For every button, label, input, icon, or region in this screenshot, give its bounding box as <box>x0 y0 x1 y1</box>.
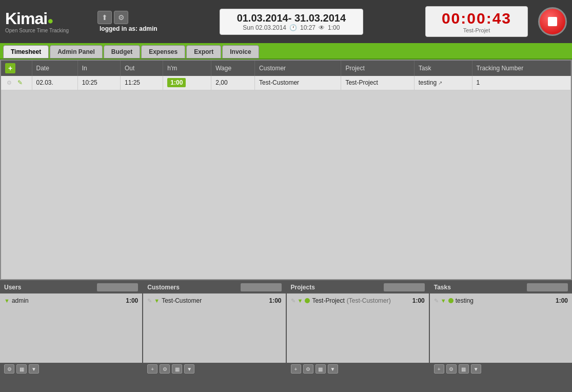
customers-footer-btn2[interactable]: ⚙ <box>160 364 170 374</box>
username-label: admin <box>139 25 157 32</box>
time-label: 10:27 <box>300 24 315 31</box>
projects-panel: Projects ✎ ▼ Test-Project (Test-Customer… <box>287 281 430 375</box>
row-date: 02.03. <box>32 76 77 90</box>
logged-in-label: logged in as: admin <box>100 25 157 32</box>
projects-footer-btn2[interactable]: ⚙ <box>303 364 313 374</box>
tasks-panel-footer: + ⚙ ▦ ▼ <box>430 363 572 375</box>
add-record-button[interactable]: + <box>5 63 15 73</box>
stop-icon <box>548 17 557 26</box>
row-edit-icon[interactable]: ✎ <box>16 79 24 87</box>
settings-button[interactable]: ⚙ <box>114 11 128 24</box>
customers-footer-btn4[interactable]: ▼ <box>184 364 194 374</box>
users-admin-time: 1:00 <box>126 297 138 304</box>
users-panel-content: ▼ admin 1:00 <box>0 293 142 363</box>
projects-test-label: Test-Project <box>312 297 344 304</box>
col-hm: h'm <box>163 61 211 76</box>
customers-footer-btn3[interactable]: ▦ <box>172 364 182 374</box>
main-area: + Date In Out h'm Wage Customer Project … <box>0 60 572 280</box>
row-task: testing ↗ <box>414 76 472 90</box>
projects-footer-btn3[interactable]: ▦ <box>315 364 326 374</box>
tab-admin-panel[interactable]: Admin Panel <box>50 45 103 58</box>
customers-filter-icon: ▼ <box>154 298 160 304</box>
tasks-row-testing: ✎ ▼ testing 1:00 <box>434 296 568 306</box>
nav-tabs: Timesheet Admin Panel Budget Expenses Ex… <box>0 43 572 60</box>
toolbar-icons-row1: ⬆ ⚙ <box>97 11 157 24</box>
projects-test-time: 1:00 <box>412 297 425 304</box>
customers-panel-title: Customers <box>147 284 180 291</box>
users-row-admin: ▼ admin 1:00 <box>4 296 138 306</box>
projects-edit-icon[interactable]: ✎ <box>291 298 295 304</box>
logo-subtitle: Open Source Time Tracking <box>5 28 69 33</box>
customers-panel: Customers ✎ ▼ Test-Customer 1:00 + ⚙ ▦ ▼ <box>143 281 286 375</box>
tasks-panel-title: Tasks <box>434 284 451 291</box>
col-in: In <box>77 61 120 76</box>
customers-edit-icon[interactable]: ✎ <box>147 298 152 304</box>
tab-export[interactable]: Export <box>186 45 221 58</box>
tab-budget[interactable]: Budget <box>104 45 140 58</box>
tasks-filter-icon: ▼ <box>441 298 446 304</box>
tasks-footer-btn2[interactable]: ⚙ <box>446 364 457 374</box>
date-range-box[interactable]: 01.03.2014- 31.03.2014 Sun 02.03.2014 🕐 … <box>220 9 363 35</box>
users-footer-btn1[interactable]: ⚙ <box>4 364 14 374</box>
projects-panel-content: ✎ ▼ Test-Project (Test-Customer) 1:00 <box>287 293 429 363</box>
export-button[interactable]: ⬆ <box>97 11 112 24</box>
customers-panel-content: ✎ ▼ Test-Customer 1:00 <box>143 293 285 363</box>
row-customer: Test-Customer <box>255 76 341 90</box>
logo-dot: ● <box>47 15 53 26</box>
table-body: ⚙ ✎ 02.03. 10:25 11:25 1:00 2,00 Test-Cu… <box>1 76 571 90</box>
col-wage: Wage <box>211 61 255 76</box>
customers-panel-header: Customers <box>143 281 285 293</box>
row-wage: 2,00 <box>211 76 255 90</box>
customers-footer-btn1[interactable]: + <box>147 364 157 374</box>
tasks-edit-icon[interactable]: ✎ <box>434 298 439 304</box>
customers-row-test: ✎ ▼ Test-Customer 1:00 <box>147 296 281 306</box>
tasks-footer-btn4[interactable]: ▼ <box>471 364 481 374</box>
tasks-panel-content: ✎ ▼ testing 1:00 <box>430 293 572 363</box>
users-panel-footer: ⚙ ▦ ▼ <box>0 363 142 375</box>
bottom-panels: Users ▼ admin 1:00 ⚙ ▦ ▼ Customers ✎ ▼ T… <box>0 280 572 375</box>
projects-footer-btn1[interactable]: + <box>291 364 301 374</box>
stop-button[interactable] <box>538 7 567 36</box>
users-admin-label: admin <box>12 297 29 304</box>
projects-row-test: ✎ ▼ Test-Project (Test-Customer) 1:00 <box>291 296 425 306</box>
header-duration: 1:00 <box>328 24 340 31</box>
users-footer-btn3[interactable]: ▼ <box>29 364 39 374</box>
projects-status-icon <box>305 298 310 303</box>
logo-text: Kimai● <box>5 10 53 27</box>
col-date: Date <box>32 61 77 76</box>
task-link-icon[interactable]: ↗ <box>438 80 442 86</box>
tasks-footer-btn1[interactable]: + <box>434 364 444 374</box>
row-gear-icon[interactable]: ⚙ <box>5 79 13 87</box>
timesheet-table: + Date In Out h'm Wage Customer Project … <box>1 61 571 90</box>
row-project: Test-Project <box>341 76 414 90</box>
row-duration: 1:00 <box>163 76 211 90</box>
projects-filter-icon: ▼ <box>298 298 303 304</box>
tasks-panel: Tasks ✎ ▼ testing 1:00 + ⚙ ▦ ▼ <box>430 281 572 375</box>
tab-timesheet[interactable]: Timesheet <box>3 45 49 58</box>
tasks-footer-btn3[interactable]: ▦ <box>459 364 469 374</box>
customers-filter-bar[interactable] <box>241 283 282 291</box>
users-filter-bar[interactable] <box>97 283 138 291</box>
projects-panel-title: Projects <box>291 284 315 291</box>
header: Kimai● Open Source Time Tracking ⬆ ⚙ log… <box>0 0 572 43</box>
projects-panel-header: Projects <box>287 281 429 293</box>
tasks-filter-bar[interactable] <box>527 283 568 291</box>
tasks-status-icon <box>448 298 453 303</box>
users-panel-header: Users <box>0 281 142 293</box>
customers-test-label: Test-Customer <box>162 297 202 304</box>
customers-panel-footer: + ⚙ ▦ ▼ <box>143 363 285 375</box>
projects-footer-btn4[interactable]: ▼ <box>328 364 338 374</box>
tasks-panel-header: Tasks <box>430 281 572 293</box>
col-project: Project <box>341 61 414 76</box>
users-footer-btn2[interactable]: ▦ <box>16 364 27 374</box>
row-in: 10:25 <box>77 76 120 90</box>
customers-test-time: 1:00 <box>269 297 281 304</box>
col-add: + <box>1 61 32 76</box>
projects-filter-bar[interactable] <box>384 283 425 291</box>
tab-invoice[interactable]: Invoice <box>222 45 259 58</box>
users-panel: Users ▼ admin 1:00 ⚙ ▦ ▼ <box>0 281 143 375</box>
row-actions: ⚙ ✎ <box>1 76 32 90</box>
timer-project: Test-Projet <box>434 27 519 33</box>
timer-display: 00:00:43 <box>434 10 519 27</box>
tab-expenses[interactable]: Expenses <box>141 45 185 58</box>
